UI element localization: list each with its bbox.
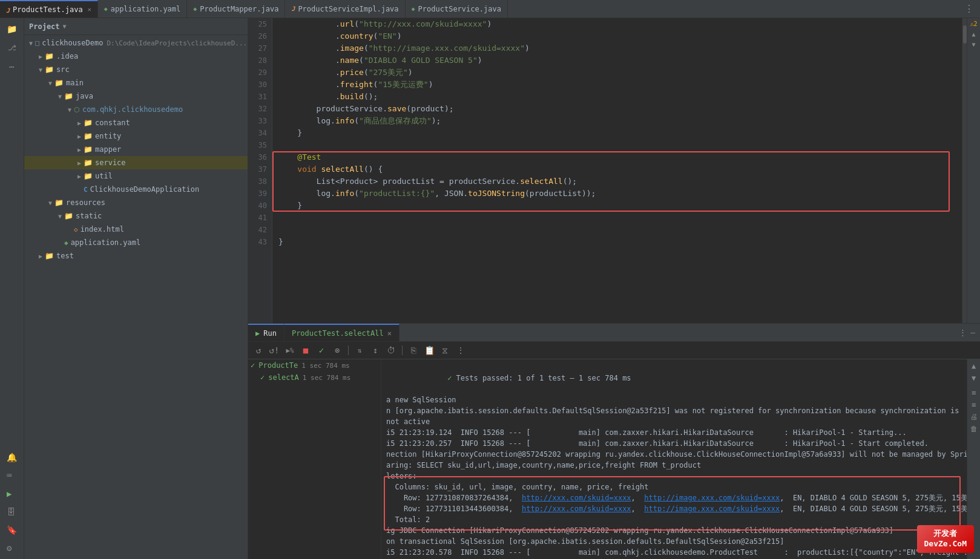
- item-label: java: [76, 92, 93, 100]
- align-left-icon[interactable]: ≡: [972, 388, 976, 397]
- run-tab-close-icon[interactable]: ✕: [387, 329, 392, 338]
- expand-button[interactable]: ↕: [369, 344, 382, 357]
- tree-resources[interactable]: 📁 resources: [24, 196, 248, 209]
- tree-root[interactable]: □ clickhouseDemo D:\Code\IdeaProjects\cl…: [24, 36, 248, 50]
- output-line-6: aring: SELECT sku_id,url,image,country,n…: [386, 460, 962, 471]
- run-coverage-button[interactable]: ▶%: [283, 344, 297, 357]
- run-minimize-icon[interactable]: —: [970, 328, 975, 337]
- tree-entity[interactable]: 📁 entity: [24, 129, 248, 143]
- tree-test[interactable]: 📁 test: [24, 249, 248, 263]
- database-icon[interactable]: 🗄: [7, 507, 17, 517]
- code-line-39: log.info("productList:{}", JSON.toJSONSt…: [278, 188, 956, 200]
- down-arrow-icon[interactable]: ▼: [972, 41, 975, 48]
- tree-service[interactable]: 📁 service: [24, 156, 248, 169]
- git-icon[interactable]: ⎇: [8, 44, 16, 52]
- clock-button[interactable]: ⏱: [384, 344, 398, 357]
- tree-java[interactable]: 📁 java: [24, 90, 248, 103]
- run-tab-test[interactable]: ProductTest.selectAll ✕: [284, 324, 400, 341]
- run-item-child[interactable]: ✓ selectA 1 sec 784 ms: [248, 371, 381, 384]
- item-label: index.html: [81, 225, 124, 234]
- trash-icon[interactable]: 🗑: [970, 425, 978, 433]
- scroll-up-icon[interactable]: ▲: [972, 362, 976, 370]
- folder-icon: 📁: [54, 79, 64, 87]
- code-line-29: .price("275美元"): [278, 67, 956, 79]
- service-impl-icon: J: [291, 5, 295, 12]
- code-editor: 25 26 27 28 29 30 31 32 33 34 35 36 37 3…: [248, 18, 980, 323]
- output-total: Total: 2: [386, 514, 962, 525]
- folder-icon: 📁: [84, 119, 93, 127]
- item-label: entity: [95, 132, 121, 140]
- project-icon[interactable]: 📁: [7, 24, 17, 34]
- tree-app-class[interactable]: C ClickhouseDemoApplication: [24, 183, 248, 196]
- item-label: test: [56, 252, 74, 260]
- close-icon[interactable]: ✕: [88, 6, 91, 13]
- item-label: com.qhkj.clickhousedemo: [82, 105, 183, 114]
- tab-label-product-test: ProductTest.java: [13, 5, 83, 14]
- code-line-36: @Test: [278, 151, 956, 163]
- arrow-icon: [46, 80, 54, 87]
- tree-main[interactable]: 📁 main: [24, 76, 248, 90]
- check-button[interactable]: ✓: [315, 344, 328, 357]
- folder-icon: 📁: [64, 92, 73, 100]
- item-label: src: [56, 65, 70, 74]
- scroll-down-icon[interactable]: ▼: [972, 374, 976, 382]
- up-arrow-icon[interactable]: ▲: [972, 31, 975, 38]
- tab-product-service-impl[interactable]: J ProductServiceImpl.java: [285, 0, 405, 18]
- folder-icon: 📁: [45, 52, 54, 60]
- tab-product-test[interactable]: J ProductTest.java ✕: [0, 0, 98, 18]
- stop-button[interactable]: ■: [299, 344, 312, 357]
- copy-button[interactable]: ⎘: [407, 344, 420, 357]
- more-button[interactable]: ⋮: [454, 344, 467, 357]
- sort-button[interactable]: ⇅: [353, 344, 366, 357]
- more-icon[interactable]: ⋯: [9, 62, 14, 71]
- notification-icon[interactable]: 🔔: [7, 453, 17, 462]
- run-output[interactable]: ✓ Tests passed: 1 of 1 test – 1 sec 784 …: [381, 359, 967, 559]
- tree-application-yaml[interactable]: ◆ application.yaml: [24, 236, 248, 249]
- tab-product-service[interactable]: ◆ ProductService.java: [406, 0, 508, 18]
- code-area[interactable]: .url("http://xxx.com/skuid=xxxx") .count…: [272, 18, 962, 323]
- run-item-time: 1 sec 784 ms: [303, 374, 350, 382]
- tab-application-yaml[interactable]: ◆ application.yaml: [98, 0, 188, 18]
- run-icon-left[interactable]: ▶: [7, 489, 17, 499]
- terminal-icon[interactable]: ⌨: [7, 471, 17, 480]
- project-sidebar: Project ▼ □ clickhouseDemo D:\Code\IdeaP…: [24, 18, 248, 559]
- settings-icon[interactable]: ⚙: [7, 543, 17, 553]
- cancel-button[interactable]: ⊗: [331, 344, 344, 357]
- url-link-1[interactable]: http://xxx.com/skuid=xxxx: [522, 494, 631, 502]
- tree-constant[interactable]: 📁 constant: [24, 116, 248, 129]
- rerun-failed-button[interactable]: ↺!: [268, 344, 281, 357]
- image-link-2[interactable]: http://image.xxx.com/skuid=xxxx: [644, 505, 780, 513]
- rerun-button[interactable]: ↺: [252, 344, 265, 357]
- tab-label-service-impl: ProductServiceImpl.java: [298, 5, 398, 13]
- tree-index-html[interactable]: ◇ index.html: [24, 223, 248, 236]
- output-row-2: Row: 1277311013443600384, http://xxx.com…: [386, 503, 962, 514]
- run-item-parent[interactable]: ✓ ProductTe 1 sec 784 ms: [248, 359, 381, 371]
- run-tab-run[interactable]: ▶ Run: [248, 324, 284, 341]
- tree-util[interactable]: 📁 util: [24, 169, 248, 183]
- sidebar-project-title: Project: [29, 22, 60, 31]
- test-tree: ✓ ProductTe 1 sec 784 ms ✓ selectA 1 sec…: [248, 359, 381, 559]
- tree-package[interactable]: ⬡ com.qhkj.clickhousedemo: [24, 103, 248, 116]
- item-label: main: [66, 79, 84, 87]
- filter-button[interactable]: ⧖: [438, 344, 452, 357]
- tab-product-mapper[interactable]: ◆ ProductMapper.java: [187, 0, 285, 18]
- align-right-icon[interactable]: ≡: [972, 400, 976, 409]
- run-options-icon[interactable]: ⋮: [959, 328, 967, 337]
- tabs-more-button[interactable]: ⋮: [958, 3, 980, 15]
- print-icon[interactable]: 🖨: [970, 413, 978, 421]
- copy2-button[interactable]: 📋: [423, 344, 436, 357]
- bookmark-icon[interactable]: 🔖: [7, 525, 17, 535]
- arrow-icon: [56, 213, 64, 220]
- tree-idea[interactable]: 📁 .idea: [24, 50, 248, 63]
- right-panel: 25 26 27 28 29 30 31 32 33 34 35 36 37 3…: [248, 18, 980, 559]
- left-icon-strip: 📁 ⎇ ⋯ 🔔 ⌨ ▶ 🗄 🔖 ⚙: [0, 18, 24, 559]
- item-label: resources: [66, 198, 105, 207]
- mapper-icon: ◆: [193, 5, 197, 12]
- run-item-name: ProductTe: [258, 361, 298, 370]
- tree-src[interactable]: 📁 src: [24, 63, 248, 76]
- tree-static[interactable]: 📁 static: [24, 209, 248, 223]
- tree-mapper[interactable]: 📁 mapper: [24, 143, 248, 156]
- url-link-2[interactable]: http://xxx.com/skuid=xxxx: [522, 505, 631, 513]
- output-row-1: Row: 1277310870837264384, http://xxx.com…: [386, 492, 962, 503]
- image-link-1[interactable]: http://image.xxx.com/skuid=xxxx: [644, 494, 780, 502]
